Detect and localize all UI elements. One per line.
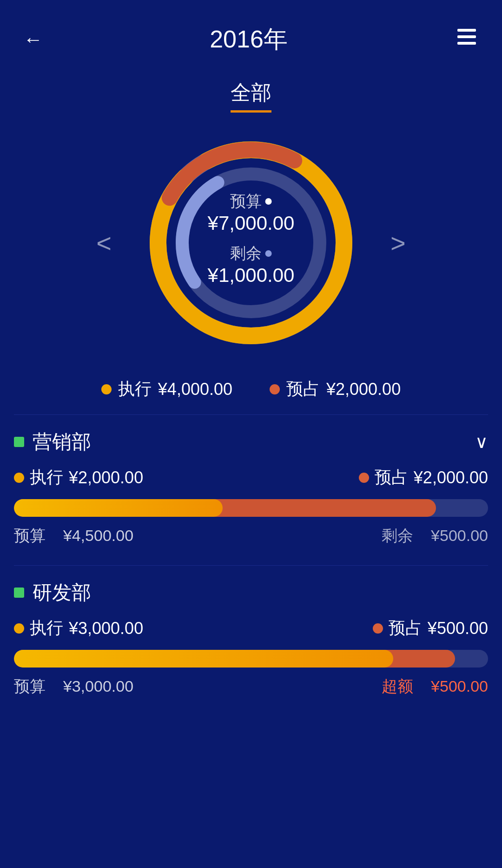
page-title: 2016年: [210, 23, 288, 56]
dept-name-0: 营销部: [33, 429, 91, 455]
dept-header-1: 研发部: [14, 580, 488, 606]
dept-execute-value-1: ¥3,000.00: [69, 619, 143, 638]
dept-budget-label-0: 预算: [14, 527, 46, 544]
dept-footer-0: 预算 ¥4,500.00 剩余 ¥500.00: [14, 525, 488, 547]
dept-budget-row-0: 预算 ¥4,500.00: [14, 525, 133, 547]
dept-stats-0: 执行 ¥2,000.00 预占 ¥2,000.00: [14, 466, 488, 489]
chart-area: < 预算 ¥7,000.00 剩余 ¥1,000.00: [0, 122, 502, 364]
dept-reserve-dot-1: [373, 623, 383, 634]
dept-budget-label-1: 预算: [14, 677, 46, 695]
next-arrow[interactable]: >: [372, 219, 424, 267]
svg-rect-2: [457, 42, 476, 45]
back-button[interactable]: ←: [23, 28, 43, 51]
tab-section: 全部: [0, 79, 502, 113]
dept-progress-execute-1: [14, 650, 393, 668]
dept-reserve-label-1: 预占: [389, 617, 422, 640]
reserve-label: 预占: [286, 378, 320, 401]
dept-section-0: 营销部 ∨ 执行 ¥2,000.00 预占 ¥2,000.00 预算 ¥4,50…: [14, 414, 488, 547]
dept-reserve-1: 预占 ¥500.00: [373, 617, 488, 640]
reserve-value: ¥2,000.00: [326, 380, 401, 399]
execute-value: ¥4,000.00: [158, 380, 232, 399]
legend-execute: 执行 ¥4,000.00: [101, 378, 232, 401]
dept-section-1: 研发部 执行 ¥3,000.00 预占 ¥500.00 预算 ¥3,000.00…: [14, 565, 488, 697]
dept-execute-label-1: 执行: [30, 617, 63, 640]
dept-reserve-value-1: ¥500.00: [428, 619, 488, 638]
dept-name-1: 研发部: [33, 580, 91, 606]
donut-chart: 预算 ¥7,000.00 剩余 ¥1,000.00: [130, 122, 372, 364]
dept-reserve-value-0: ¥2,000.00: [414, 468, 488, 487]
dept-reserve-dot-0: [359, 473, 369, 483]
reserve-dot: [270, 384, 280, 394]
svg-rect-0: [457, 29, 476, 32]
dept-remaining-label-1: 超额: [382, 677, 413, 695]
dept-execute-dot-0: [14, 473, 24, 483]
legend-row: 执行 ¥4,000.00 预占 ¥2,000.00: [0, 378, 502, 401]
dept-reserve-label-0: 预占: [375, 466, 408, 489]
execute-dot: [101, 384, 112, 394]
header: ← 2016年: [0, 0, 502, 65]
dept-title-row-1: 研发部: [14, 580, 91, 606]
dept-remaining-value-0: ¥500.00: [431, 527, 488, 544]
dept-execute-dot-1: [14, 623, 24, 634]
dept-header-0: 营销部 ∨: [14, 429, 488, 455]
dept-execute-1: 执行 ¥3,000.00: [14, 617, 143, 640]
dept-footer-1: 预算 ¥3,000.00 超额 ¥500.00: [14, 676, 488, 697]
dept-remaining-value-1: ¥500.00: [431, 677, 488, 695]
prev-arrow[interactable]: <: [78, 219, 130, 267]
dept-progress-bar-1: [14, 650, 488, 668]
dept-reserve-0: 预占 ¥2,000.00: [359, 466, 488, 489]
legend-reserve: 预占 ¥2,000.00: [270, 378, 401, 401]
svg-rect-1: [457, 35, 476, 38]
dept-remaining-row-1: 超额 ¥500.00: [382, 676, 488, 697]
tab-all[interactable]: 全部: [231, 79, 271, 113]
dept-budget-row-1: 预算 ¥3,000.00: [14, 676, 133, 697]
execute-label: 执行: [118, 378, 152, 401]
dept-execute-0: 执行 ¥2,000.00: [14, 466, 143, 489]
dept-progress-bar-0: [14, 499, 488, 517]
dept-execute-value-0: ¥2,000.00: [69, 468, 143, 487]
dept-stats-1: 执行 ¥3,000.00 预占 ¥500.00: [14, 617, 488, 640]
dept-budget-value-1: ¥3,000.00: [63, 677, 133, 695]
dept-title-row-0: 营销部: [14, 429, 91, 455]
dept-chevron-0[interactable]: ∨: [475, 432, 488, 452]
dept-progress-execute-0: [14, 499, 223, 517]
dept-execute-label-0: 执行: [30, 466, 63, 489]
dept-budget-value-0: ¥4,500.00: [63, 527, 133, 544]
dept-remaining-row-0: 剩余 ¥500.00: [382, 525, 488, 547]
dept-color-box-0: [14, 437, 24, 447]
layers-icon[interactable]: [455, 25, 479, 54]
dept-remaining-label-0: 剩余: [382, 527, 413, 544]
dept-color-box-1: [14, 588, 24, 598]
